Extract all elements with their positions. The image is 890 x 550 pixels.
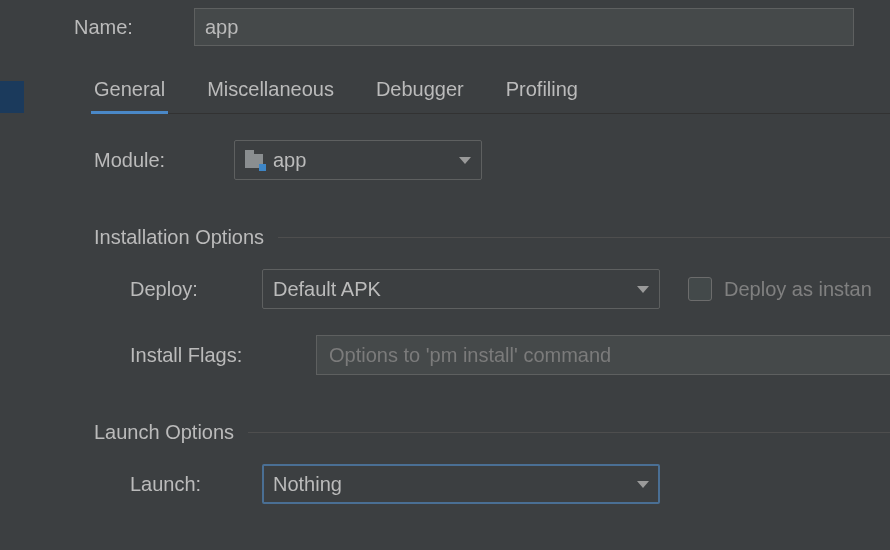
launch-value: Nothing bbox=[273, 473, 627, 496]
section-divider bbox=[248, 432, 890, 433]
tab-general[interactable]: General bbox=[94, 78, 165, 113]
module-folder-icon bbox=[245, 154, 263, 168]
install-flags-label: Install Flags: bbox=[130, 344, 316, 367]
module-select[interactable]: app bbox=[234, 140, 482, 180]
name-label: Name: bbox=[74, 16, 194, 39]
config-tabs: General Miscellaneous Debugger Profiling bbox=[94, 78, 890, 114]
deploy-instant-checkbox[interactable] bbox=[688, 277, 712, 301]
chevron-down-icon bbox=[637, 481, 649, 488]
tab-debugger[interactable]: Debugger bbox=[376, 78, 464, 113]
section-launch-options: Launch Options bbox=[94, 421, 890, 444]
left-rail bbox=[0, 0, 24, 550]
chevron-down-icon bbox=[637, 286, 649, 293]
deploy-instant-label: Deploy as instan bbox=[724, 278, 872, 301]
chevron-down-icon bbox=[459, 157, 471, 164]
section-divider bbox=[278, 237, 890, 238]
section-installation-options: Installation Options bbox=[94, 226, 890, 249]
deploy-value: Default APK bbox=[273, 278, 627, 301]
module-label: Module: bbox=[94, 149, 234, 172]
module-value: app bbox=[273, 149, 449, 172]
launch-label: Launch: bbox=[130, 473, 262, 496]
left-rail-selected bbox=[0, 81, 24, 113]
deploy-instant-option[interactable]: Deploy as instan bbox=[688, 277, 872, 301]
section-title-text: Installation Options bbox=[94, 226, 264, 249]
deploy-label: Deploy: bbox=[130, 278, 262, 301]
launch-select[interactable]: Nothing bbox=[262, 464, 660, 504]
name-input[interactable] bbox=[194, 8, 854, 46]
install-flags-input[interactable] bbox=[316, 335, 890, 375]
tab-profiling[interactable]: Profiling bbox=[506, 78, 578, 113]
tab-miscellaneous[interactable]: Miscellaneous bbox=[207, 78, 334, 113]
deploy-select[interactable]: Default APK bbox=[262, 269, 660, 309]
section-title-text: Launch Options bbox=[94, 421, 234, 444]
